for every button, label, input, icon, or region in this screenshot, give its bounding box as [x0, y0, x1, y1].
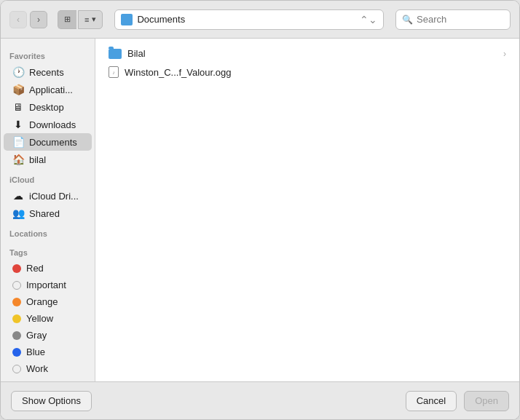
sidebar-item-tag-important[interactable]: Important	[4, 277, 92, 293]
sidebar-label-applications: Applicati...	[29, 84, 73, 95]
tag-dot-tag-red	[12, 264, 21, 273]
sidebar-item-shared[interactable]: 👥Shared	[4, 205, 92, 222]
tag-dot-tag-orange	[12, 298, 21, 306]
sidebar-section-favorites: Favorites	[1, 44, 95, 63]
open-button[interactable]: Open	[464, 391, 509, 411]
sidebar-label-tag-yellow: Yellow	[26, 313, 53, 324]
sidebar-label-documents: Documents	[29, 137, 77, 148]
grid-icon: ⊞	[64, 15, 71, 24]
sidebar-item-recents[interactable]: 🕐Recents	[4, 63, 92, 81]
sidebar-label-shared: Shared	[29, 208, 60, 219]
tag-dot-tag-important	[12, 281, 21, 290]
sidebar: Favorites🕐Recents📦Applicati...🖥Desktop⬇D…	[1, 39, 95, 381]
forward-icon: ›	[37, 15, 40, 25]
sidebar-icon-recents: 🕐	[12, 66, 24, 78]
sidebar-item-downloads[interactable]: ⬇Downloads	[4, 116, 92, 133]
tag-dot-tag-gray	[12, 331, 21, 340]
sidebar-icon-downloads: ⬇	[12, 119, 24, 130]
chevron-down-icon: ▾	[92, 15, 96, 24]
sidebar-label-tag-red: Red	[26, 263, 44, 274]
folder-icon	[121, 14, 133, 25]
tag-dot-tag-work	[12, 365, 21, 373]
audio-icon: ♪	[109, 66, 119, 78]
sidebar-item-desktop[interactable]: 🖥Desktop	[4, 98, 92, 116]
sidebar-item-bilal[interactable]: 🏠bilal	[4, 151, 92, 168]
sidebar-item-tag-yellow[interactable]: Yellow	[4, 310, 92, 327]
sidebar-icon-shared: 👥	[12, 207, 24, 219]
file-name: Winston_C...f_Valour.ogg	[125, 67, 506, 78]
sidebar-label-tag-blue: Blue	[26, 346, 45, 357]
show-options-button[interactable]: Show Options	[11, 391, 92, 411]
main-area: Favorites🕐Recents📦Applicati...🖥Desktop⬇D…	[1, 39, 519, 381]
sidebar-item-applications[interactable]: 📦Applicati...	[4, 81, 92, 98]
location-chevrons-icon: ⌃⌄	[360, 14, 377, 25]
finder-window: ‹ › ⊞ ≡ ▾ Documents ⌃⌄ 🔍	[0, 0, 520, 420]
chevron-right-icon: ›	[503, 49, 506, 59]
tag-dot-tag-yellow	[12, 314, 21, 323]
view-list-button[interactable]: ≡ ▾	[78, 10, 103, 29]
bottom-bar: Show Options Cancel Open	[1, 381, 519, 419]
sidebar-section-locations: Locations	[1, 222, 95, 241]
sidebar-label-tag-work: Work	[26, 363, 48, 374]
sidebar-item-icloud-drive[interactable]: ☁iCloud Dri...	[4, 187, 92, 205]
cancel-button[interactable]: Cancel	[406, 391, 457, 411]
search-input[interactable]	[417, 14, 504, 25]
location-bar[interactable]: Documents ⌃⌄	[114, 9, 384, 30]
back-icon: ‹	[17, 15, 20, 25]
sidebar-label-icloud-drive: iCloud Dri...	[29, 191, 79, 202]
bottom-right-buttons: Cancel Open	[406, 391, 509, 411]
search-icon: 🔍	[402, 15, 413, 25]
back-button[interactable]: ‹	[9, 11, 27, 28]
view-controls: ⊞ ≡ ▾	[58, 10, 103, 29]
sidebar-label-tag-gray: Gray	[26, 330, 47, 341]
sidebar-item-documents[interactable]: 📄Documents	[4, 133, 92, 151]
view-grid-button[interactable]: ⊞	[58, 10, 76, 29]
tag-dot-tag-blue	[12, 348, 21, 357]
sidebar-label-tag-important: Important	[26, 280, 66, 290]
sidebar-section-tags: Tags	[1, 241, 95, 260]
sidebar-item-tag-blue[interactable]: Blue	[4, 344, 92, 360]
sidebar-label-tag-orange: Orange	[26, 296, 58, 307]
sidebar-label-recents: Recents	[29, 67, 64, 78]
forward-button[interactable]: ›	[30, 11, 47, 28]
search-box[interactable]: 🔍	[395, 9, 511, 30]
file-name: Bilal	[127, 48, 497, 59]
sidebar-icon-applications: 📦	[12, 84, 24, 95]
sidebar-item-tag-orange[interactable]: Orange	[4, 293, 92, 310]
sidebar-item-tag-red[interactable]: Red	[4, 260, 92, 277]
list-icon: ≡	[84, 15, 89, 24]
sidebar-icon-documents: 📄	[12, 136, 24, 148]
sidebar-section-icloud: iCloud	[1, 168, 95, 187]
sidebar-label-downloads: Downloads	[29, 119, 76, 130]
file-item-winston-file[interactable]: ♪Winston_C...f_Valour.ogg	[98, 63, 516, 82]
sidebar-label-bilal: bilal	[29, 154, 46, 165]
toolbar: ‹ › ⊞ ≡ ▾ Documents ⌃⌄ 🔍	[1, 1, 519, 39]
sidebar-item-tag-work[interactable]: Work	[4, 360, 92, 377]
nav-buttons: ‹ ›	[9, 11, 47, 28]
folder-icon	[109, 49, 122, 59]
location-name: Documents	[137, 14, 355, 25]
sidebar-item-tag-gray[interactable]: Gray	[4, 327, 92, 344]
file-area: Bilal›♪Winston_C...f_Valour.ogg	[95, 39, 519, 381]
sidebar-label-desktop: Desktop	[29, 102, 64, 113]
sidebar-icon-icloud-drive: ☁	[12, 190, 24, 202]
sidebar-icon-desktop: 🖥	[12, 101, 24, 113]
sidebar-icon-bilal: 🏠	[12, 154, 24, 165]
file-item-bilal-folder[interactable]: Bilal›	[98, 44, 516, 63]
